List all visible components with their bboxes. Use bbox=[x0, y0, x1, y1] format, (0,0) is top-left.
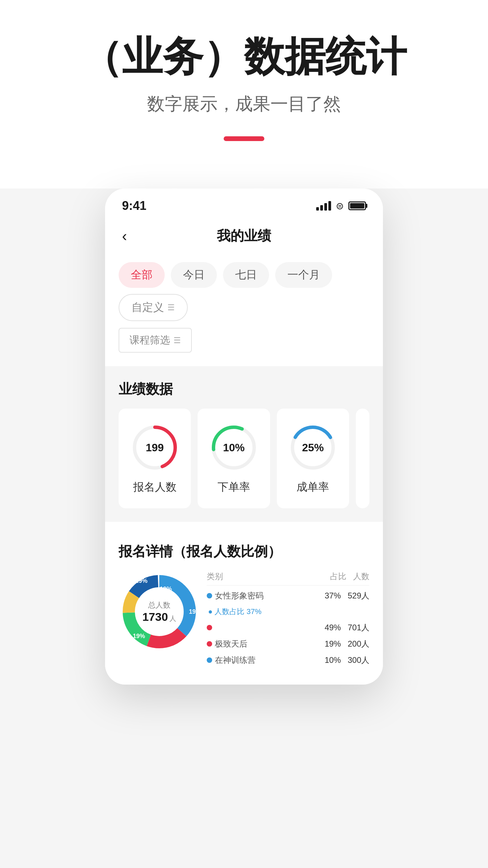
page-title: （业务）数据统计 bbox=[27, 34, 461, 79]
stat-card-order: 10% 下单率 bbox=[198, 409, 270, 508]
filter-section: 全部 今日 七日 一个月 自定义 ☰ 课程筛选 ☰ bbox=[105, 255, 383, 366]
legend-item-0: 女性形象密码 37% 529人 bbox=[207, 590, 369, 601]
app-header: ‹ 我的业绩 bbox=[105, 216, 383, 255]
legend-dot-2 bbox=[207, 641, 212, 647]
filter-custom[interactable]: 自定义 ☰ bbox=[119, 294, 188, 321]
battery-icon bbox=[348, 201, 366, 210]
page-header: （业务）数据统计 数字展示，成果一目了然 bbox=[0, 0, 488, 189]
filter-all[interactable]: 全部 bbox=[119, 262, 165, 288]
legend-dot-1 bbox=[207, 625, 212, 630]
legend-dot-0 bbox=[207, 593, 212, 598]
filter-today[interactable]: 今日 bbox=[171, 262, 217, 288]
legend-dot-3 bbox=[207, 657, 212, 663]
legend-count-0: 529人 bbox=[348, 590, 369, 601]
stat-card-deal: 25% 成单率 bbox=[277, 409, 349, 508]
legend-item-3: 在神训练营 10% 300人 bbox=[207, 655, 369, 666]
legend-note-0: ● 人数占比 37% bbox=[207, 607, 369, 617]
legend-text-0: 女性形象密码 bbox=[215, 590, 264, 601]
legend-count-1: 701人 bbox=[348, 622, 369, 633]
stats-row: 199 报名人数 10% 下单率 bbox=[119, 409, 369, 508]
time-filter-row: 全部 今日 七日 一个月 自定义 ☰ bbox=[119, 262, 369, 321]
legend-col-count: 人数 bbox=[353, 571, 369, 582]
legend-count-2: 200人 bbox=[348, 638, 369, 649]
detail-title: 报名详情（报名人数比例） bbox=[119, 542, 369, 561]
legend-pct-1: 49% bbox=[325, 623, 341, 632]
legend-area: 类别 占比 人数 女性形象密码 37% 529人 ● 人数占比 37% bbox=[207, 571, 369, 671]
stats-title: 业绩数据 bbox=[119, 380, 369, 398]
legend-item-1: 49% 701人 bbox=[207, 622, 369, 633]
legend-pct-3: 10% bbox=[325, 655, 341, 665]
donut-chart: 总人数 1730 人 10% 19% 19% 19% bbox=[119, 571, 200, 652]
legend-name-3: 在神训练营 bbox=[207, 655, 318, 666]
legend-item-2: 极致天后 19% 200人 bbox=[207, 638, 369, 649]
stat-card-signup: 199 报名人数 bbox=[119, 409, 191, 508]
course-filter-button[interactable]: 课程筛选 ☰ bbox=[119, 328, 192, 353]
detail-chart-area: 总人数 1730 人 10% 19% 19% 19% 类别 占比 人数 bbox=[119, 571, 369, 671]
stat-label-order: 下单率 bbox=[218, 480, 250, 495]
legend-name-0: 女性形象密码 bbox=[207, 590, 318, 601]
signal-icon bbox=[316, 201, 331, 211]
circle-signup: 199 bbox=[129, 422, 180, 473]
status-icons: ⊜ bbox=[316, 200, 366, 212]
legend-name-2: 极致天后 bbox=[207, 638, 318, 649]
status-bar: 9:41 ⊜ bbox=[105, 189, 383, 216]
filter-custom-icon: ☰ bbox=[167, 303, 175, 312]
legend-header: 类别 占比 人数 bbox=[207, 571, 369, 586]
stat-value-order: 10% bbox=[223, 441, 245, 454]
stat-value-signup: 199 bbox=[146, 441, 164, 454]
course-filter-label: 课程筛选 bbox=[129, 333, 170, 347]
legend-col-pct: 占比 bbox=[330, 571, 346, 582]
stats-section: 业绩数据 199 报名人数 bbox=[105, 366, 383, 522]
circle-order: 10% bbox=[208, 422, 259, 473]
legend-text-2: 极致天后 bbox=[215, 638, 247, 649]
legend-name-1 bbox=[207, 625, 318, 630]
page-subtitle: 数字展示，成果一目了然 bbox=[27, 92, 461, 116]
legend-count-3: 300人 bbox=[348, 655, 369, 666]
detail-section: 报名详情（报名人数比例） 总人数 1730 bbox=[105, 529, 383, 685]
donut-labels: 10% 19% 19% 19% bbox=[119, 571, 200, 652]
circle-deal: 25% bbox=[287, 422, 338, 473]
stat-card-partial bbox=[356, 409, 369, 508]
filter-custom-label: 自定义 bbox=[131, 300, 164, 315]
wifi-icon: ⊜ bbox=[336, 200, 344, 212]
stat-label-deal: 成单率 bbox=[297, 480, 329, 495]
status-time: 9:41 bbox=[122, 199, 146, 213]
indicator-bar bbox=[224, 136, 264, 141]
filter-1month[interactable]: 一个月 bbox=[275, 262, 332, 288]
back-button[interactable]: ‹ bbox=[122, 228, 127, 244]
legend-col-name: 类别 bbox=[207, 571, 323, 582]
stat-value-deal: 25% bbox=[302, 441, 324, 454]
course-filter-row: 课程筛选 ☰ bbox=[119, 328, 369, 353]
legend-pct-0: 37% bbox=[325, 591, 341, 600]
filter-7days[interactable]: 七日 bbox=[223, 262, 269, 288]
legend-text-3: 在神训练营 bbox=[215, 655, 256, 666]
legend-pct-2: 19% bbox=[325, 639, 341, 649]
course-filter-icon: ☰ bbox=[174, 336, 181, 345]
phone-mockup: 9:41 ⊜ ‹ 我的业绩 全部 今日 七日 一个月 自定义 ☰ bbox=[105, 189, 383, 685]
stat-label-signup: 报名人数 bbox=[133, 480, 177, 495]
app-title: 我的业绩 bbox=[217, 226, 271, 245]
